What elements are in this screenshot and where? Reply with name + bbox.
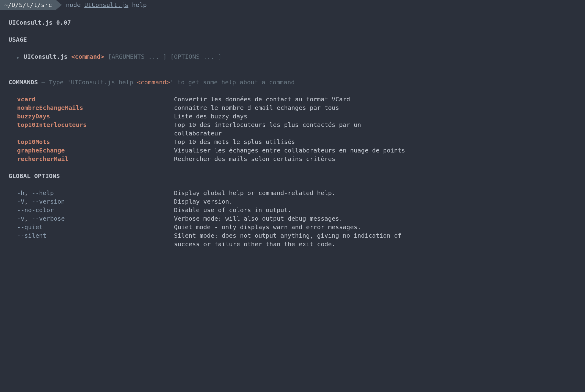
prompt-arrow-icon	[56, 0, 62, 9]
prompt-path: ~/D/S/t/t/src	[0, 0, 56, 10]
command-name: grapheEchange	[17, 146, 174, 155]
option-long-flag: --quiet	[17, 223, 43, 231]
command-name: top10Interlocuteurs	[17, 121, 174, 129]
option-flags: --quiet	[17, 223, 174, 231]
command-row: rechercherMailRechercher des mails selon…	[17, 155, 576, 163]
prompt-file: UIConsult.js	[84, 1, 129, 9]
usage-rest: [ARGUMENTS ... ] [OPTIONS ... ]	[108, 53, 222, 60]
command-desc: Visualiser les échanges entre collaborat…	[174, 146, 405, 155]
command-row: top10InterlocuteursTop 10 des interlocut…	[17, 121, 576, 138]
command-name: nombreEchangeMails	[17, 103, 174, 112]
options-header: GLOBAL OPTIONS	[9, 172, 576, 180]
options-list: -h, --helpDisplay global help or command…	[9, 189, 576, 248]
command-desc: Rechercher des mails selon certains crit…	[174, 155, 335, 163]
option-short-flag: -h	[17, 189, 24, 197]
prompt-path-wrap: ~/D/S/t/t/src	[0, 0, 66, 10]
usage-binary: UIConsult.js	[23, 53, 68, 60]
option-row: --no-colorDisable use of colors in outpu…	[17, 206, 576, 214]
option-long-flag: --no-color	[17, 206, 54, 214]
option-desc: Disable use of colors in output.	[174, 206, 291, 214]
command-row: grapheEchangeVisualiser les échanges ent…	[17, 146, 576, 155]
program-title: UIConsult.js 0.07	[9, 18, 576, 27]
command-name: buzzyDays	[17, 112, 174, 121]
commands-hint-suffix: ' to get some help about a command	[170, 79, 295, 86]
command-row: buzzyDaysListe des buzzy days	[17, 112, 576, 121]
commands-header-line: COMMANDS — Type 'UIConsult.js help <comm…	[9, 78, 576, 86]
option-flags: --no-color	[17, 206, 174, 214]
option-long-flag: --help	[32, 189, 54, 197]
option-desc: Quiet mode - only displays warn and erro…	[174, 223, 361, 231]
bullet-icon: ▶	[17, 55, 19, 60]
option-desc: Display version.	[174, 197, 233, 206]
prompt-command: node UIConsult.js help	[66, 1, 147, 9]
prompt-node: node	[66, 1, 81, 9]
option-flag-separator: ,	[24, 198, 32, 205]
command-desc: Top 10 des interlocuteurs les plus conta…	[174, 121, 406, 138]
option-row: --quietQuiet mode - only displays warn a…	[17, 223, 576, 231]
option-desc: Verbose mode: will also output debug mes…	[174, 214, 343, 223]
option-flags: -V, --version	[17, 197, 174, 206]
commands-list: vcardConvertir les données de contact au…	[9, 95, 576, 163]
option-row: --silentSilent mode: does not output any…	[17, 231, 576, 248]
prompt-arg: help	[132, 1, 147, 9]
option-long-flag: --silent	[17, 232, 46, 239]
command-row: vcardConvertir les données de contact au…	[17, 95, 576, 103]
usage-header: USAGE	[9, 35, 576, 44]
command-desc: Top 10 des mots le splus utilisés	[174, 138, 295, 146]
option-row: -h, --helpDisplay global help or command…	[17, 189, 576, 197]
option-flags: -h, --help	[17, 189, 174, 197]
commands-header: COMMANDS	[9, 79, 38, 86]
terminal-output: UIConsult.js 0.07 USAGE ▶ UIConsult.js <…	[0, 18, 585, 248]
command-desc: connaitre le nombre d email echanges par…	[174, 103, 339, 112]
option-flag-separator: ,	[24, 215, 32, 222]
option-long-flag: --version	[32, 198, 65, 205]
option-flag-separator: ,	[24, 189, 32, 197]
option-short-flag: -V	[17, 198, 24, 205]
command-name: vcard	[17, 95, 174, 103]
commands-hint-cmd: <command>	[137, 79, 170, 86]
option-row: -v, --verboseVerbose mode: will also out…	[17, 214, 576, 223]
option-desc: Display global help or command-related h…	[174, 189, 335, 197]
option-short-flag: -v	[17, 215, 24, 222]
option-desc: Silent mode: does not output anything, g…	[174, 231, 406, 248]
command-row: nombreEchangeMailsconnaitre le nombre d …	[17, 103, 576, 112]
option-flags: -v, --verbose	[17, 214, 174, 223]
command-name: rechercherMail	[17, 155, 174, 163]
usage-command-placeholder: <command>	[71, 53, 104, 60]
shell-prompt[interactable]: ~/D/S/t/t/src node UIConsult.js help	[0, 0, 585, 10]
usage-line: ▶ UIConsult.js <command> [ARGUMENTS ... …	[17, 52, 576, 61]
option-row: -V, --versionDisplay version.	[17, 197, 576, 206]
command-name: top10Mots	[17, 138, 174, 146]
command-desc: Liste des buzzy days	[174, 112, 247, 121]
option-long-flag: --verbose	[32, 215, 65, 222]
command-row: top10MotsTop 10 des mots le splus utilis…	[17, 138, 576, 146]
command-desc: Convertir les données de contact au form…	[174, 95, 350, 103]
option-flags: --silent	[17, 231, 174, 240]
commands-hint-prefix: — Type 'UIConsult.js help	[38, 79, 137, 86]
